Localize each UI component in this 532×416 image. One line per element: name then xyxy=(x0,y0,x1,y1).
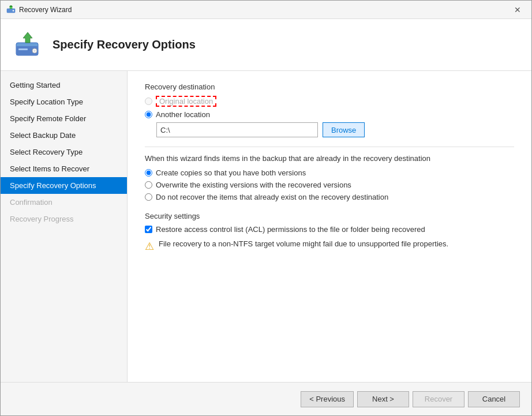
sidebar-item-getting-started[interactable]: Getting Started xyxy=(1,77,127,93)
next-button[interactable]: Next > xyxy=(357,391,409,407)
acl-checkbox[interactable] xyxy=(145,226,152,233)
location-input[interactable] xyxy=(156,122,318,137)
sidebar-item-recovery-options[interactable]: Specify Recovery Options xyxy=(1,177,127,194)
sidebar-item-recovery-progress: Recovery Progress xyxy=(1,211,127,227)
conflict-option-3-label[interactable]: Do not recover the items that already ex… xyxy=(156,193,388,201)
conflict-option-1-radio[interactable] xyxy=(145,169,152,177)
warning-icon: ⚠ xyxy=(145,240,154,253)
conflict-option-2-radio[interactable] xyxy=(145,181,152,189)
sidebar-item-items-to-recover[interactable]: Select Items to Recover xyxy=(1,160,127,177)
sidebar-item-remote-folder[interactable]: Specify Remote Folder xyxy=(1,110,127,127)
recover-button[interactable]: Recover xyxy=(413,391,464,407)
original-location-row: Original location xyxy=(145,96,514,107)
conflict-divider xyxy=(145,147,514,147)
footer: < Previous Next > Recover Cancel xyxy=(1,382,531,415)
header-icon xyxy=(12,29,43,61)
conflict-option-2-row: Overwrite the existing versions with the… xyxy=(145,181,514,189)
location-input-row: Browse xyxy=(156,122,514,137)
acl-checkbox-row: Restore access control list (ACL) permis… xyxy=(145,225,514,234)
body-section: Getting Started Specify Location Type Sp… xyxy=(1,71,531,382)
warning-row: ⚠ File recovery to a non-NTFS target vol… xyxy=(145,239,514,253)
security-title: Security settings xyxy=(145,212,514,220)
another-location-radio[interactable] xyxy=(145,111,152,118)
svg-marker-9 xyxy=(23,32,32,43)
security-section: Security settings Restore access control… xyxy=(145,212,514,253)
close-button[interactable]: ✕ xyxy=(509,4,526,16)
window-title: Recovery Wizard xyxy=(19,6,72,14)
recovery-destination-label: Recovery destination xyxy=(145,83,514,91)
header-icon-svg xyxy=(13,30,43,60)
recovery-wizard-window: Recovery Wizard ✕ Specify Recovery Optio… xyxy=(0,0,532,416)
sidebar-item-backup-date[interactable]: Select Backup Date xyxy=(1,127,127,144)
conflict-option-2-label[interactable]: Overwrite the existing versions with the… xyxy=(156,181,351,189)
cancel-button[interactable]: Cancel xyxy=(468,391,520,407)
conflict-option-3-row: Do not recover the items that already ex… xyxy=(145,193,514,201)
sidebar-item-recovery-type[interactable]: Select Recovery Type xyxy=(1,144,127,160)
sidebar-item-confirmation: Confirmation xyxy=(1,194,127,211)
svg-point-7 xyxy=(33,50,36,52)
warning-text: File recovery to a non-NTFS target volum… xyxy=(159,239,448,248)
conflict-option-1-label[interactable]: Create copies so that you have both vers… xyxy=(156,168,306,177)
acl-label[interactable]: Restore access control list (ACL) permis… xyxy=(156,225,425,234)
browse-button[interactable]: Browse xyxy=(323,122,365,137)
sidebar: Getting Started Specify Location Type Sp… xyxy=(1,71,128,382)
title-bar-left: Recovery Wizard xyxy=(6,5,72,14)
conflict-description: When this wizard finds items in the back… xyxy=(145,154,514,163)
another-location-label-text[interactable]: Another location xyxy=(156,110,210,119)
another-location-row: Another location xyxy=(145,110,514,119)
page-title: Specify Recovery Options xyxy=(53,38,196,51)
header-section: Specify Recovery Options xyxy=(1,19,531,71)
sidebar-item-location-type[interactable]: Specify Location Type xyxy=(1,93,127,110)
conflict-option-3-radio[interactable] xyxy=(145,193,152,201)
previous-button[interactable]: < Previous xyxy=(301,391,354,407)
app-icon xyxy=(6,5,16,14)
conflict-option-1-row: Create copies so that you have both vers… xyxy=(145,168,514,177)
svg-rect-8 xyxy=(18,48,28,50)
original-location-label-text[interactable]: Original location xyxy=(156,96,216,107)
original-location-dashed: Original location xyxy=(156,96,216,107)
title-bar: Recovery Wizard ✕ xyxy=(1,1,531,19)
original-location-radio[interactable] xyxy=(145,98,152,105)
main-content: Recovery destination Original location A… xyxy=(128,71,531,382)
svg-point-1 xyxy=(13,10,14,11)
